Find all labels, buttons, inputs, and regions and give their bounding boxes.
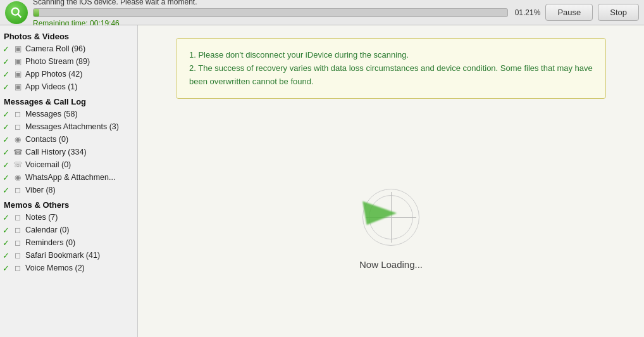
checkbox-checked-icon[interactable]: ✓ — [3, 173, 10, 182]
sidebar-item-label-0-3: App Videos (1) — [25, 82, 77, 91]
sidebar-item-label-2-2: Reminders (0) — [25, 238, 75, 247]
sidebar-item-1-3[interactable]: ✓☎Call History (334) — [0, 146, 137, 158]
sidebar-item-label-2-0: Notes (7) — [25, 213, 58, 222]
item-icon-0-1: ▣ — [13, 56, 23, 67]
checkbox-checked-icon[interactable]: ✓ — [3, 238, 10, 248]
sidebar-item-label-0-0: Camera Roll (96) — [25, 44, 85, 53]
item-icon-1-5: ◉ — [13, 172, 23, 182]
spinner — [359, 186, 423, 249]
category-header-1: Messages & Call Log — [0, 93, 137, 108]
sidebar-item-label-1-2: Contacts (0) — [25, 135, 68, 144]
item-icon-2-2: ◻ — [13, 238, 23, 248]
sidebar-item-label-2-1: Calendar (0) — [25, 226, 69, 234]
pause-button[interactable]: Pause — [545, 4, 593, 21]
item-icon-2-1: ◻ — [13, 225, 23, 235]
sidebar-item-1-0[interactable]: ✓◻Messages (58) — [0, 108, 137, 120]
item-icon-2-4: ◻ — [13, 263, 23, 273]
checkbox-checked-icon[interactable]: ✓ — [3, 44, 10, 54]
progress-bar-fill — [34, 9, 39, 16]
progress-percent: 01.21% — [512, 8, 540, 17]
item-icon-1-4: ☏ — [13, 160, 23, 170]
sidebar-item-2-3[interactable]: ✓◻Safari Bookmark (41) — [0, 249, 137, 262]
main-content: Photos & Videos✓▣Camera Roll (96)✓▣Photo… — [0, 25, 644, 337]
sidebar-item-label-0-2: App Photos (42) — [25, 70, 82, 79]
checkbox-checked-icon[interactable]: ✓ — [3, 122, 10, 132]
sidebar-item-2-0[interactable]: ✓◻Notes (7) — [0, 211, 137, 224]
loading-text: Now Loading... — [359, 259, 423, 270]
progress-row: 01.21% — [33, 8, 540, 17]
item-icon-0-0: ▣ — [13, 44, 23, 54]
checkbox-checked-icon[interactable]: ✓ — [3, 160, 10, 170]
notice-box: 1. Please don't disconnect your iDevice … — [176, 38, 606, 99]
sidebar-item-0-2[interactable]: ✓▣App Photos (42) — [0, 68, 137, 80]
item-icon-0-2: ▣ — [13, 69, 23, 79]
checkbox-checked-icon[interactable]: ✓ — [3, 135, 10, 144]
top-bar: Scanning the iOS device. Please wait a m… — [0, 0, 644, 25]
sidebar-item-label-1-5: WhatsApp & Attachmen... — [25, 173, 115, 182]
sidebar-item-label-2-3: Safari Bookmark (41) — [25, 251, 100, 260]
sidebar-item-1-4[interactable]: ✓☏Voicemail (0) — [0, 158, 137, 171]
checkbox-checked-icon[interactable]: ✓ — [3, 186, 10, 195]
checkbox-checked-icon[interactable]: ✓ — [3, 213, 10, 222]
loading-area: Now Loading... — [359, 130, 423, 324]
item-icon-2-3: ◻ — [13, 250, 23, 260]
sidebar-item-2-2[interactable]: ✓◻Reminders (0) — [0, 236, 137, 249]
sidebar-item-1-6[interactable]: ✓◻Viber (8) — [0, 184, 137, 196]
item-icon-0-3: ▣ — [13, 82, 23, 92]
item-icon-2-0: ◻ — [13, 212, 23, 222]
sidebar-item-1-1[interactable]: ✓◻Messages Attachments (3) — [0, 120, 137, 133]
category-header-0: Photos & Videos — [0, 28, 137, 42]
checkbox-checked-icon[interactable]: ✓ — [3, 57, 10, 67]
svg-line-1 — [18, 14, 21, 17]
sidebar-item-label-1-0: Messages (58) — [25, 110, 78, 118]
notice-line1: 1. Please don't disconnect your iDevice … — [189, 49, 593, 62]
checkbox-checked-icon[interactable]: ✓ — [3, 251, 10, 260]
spinner-wedge — [362, 196, 398, 225]
stop-button[interactable]: Stop — [598, 4, 639, 21]
progress-area: Scanning the iOS device. Please wait a m… — [33, 0, 540, 28]
item-icon-1-1: ◻ — [13, 122, 23, 132]
checkbox-checked-icon[interactable]: ✓ — [3, 110, 10, 119]
sidebar-item-label-0-1: Photo Stream (89) — [25, 57, 90, 66]
sidebar-item-label-1-3: Call History (334) — [25, 148, 87, 156]
checkbox-checked-icon[interactable]: ✓ — [3, 226, 10, 235]
sidebar-item-label-1-1: Messages Attachments (3) — [25, 122, 119, 131]
item-icon-1-0: ◻ — [13, 109, 23, 119]
app-logo-icon — [5, 1, 28, 24]
checkbox-checked-icon[interactable]: ✓ — [3, 82, 10, 92]
scanning-text: Scanning the iOS device. Please wait a m… — [33, 0, 540, 6]
checkbox-checked-icon[interactable]: ✓ — [3, 148, 10, 157]
sidebar-item-label-2-4: Voice Memos (2) — [25, 264, 85, 272]
checkbox-checked-icon[interactable]: ✓ — [3, 70, 10, 79]
svg-point-0 — [12, 8, 19, 15]
item-icon-1-2: ◉ — [13, 134, 23, 144]
sidebar-item-label-1-6: Viber (8) — [25, 186, 56, 194]
notice-line2: 2. The success of recovery varies with d… — [189, 62, 593, 89]
sidebar-item-label-1-4: Voicemail (0) — [25, 160, 71, 169]
item-icon-1-3: ☎ — [13, 147, 23, 157]
progress-bar — [33, 8, 508, 17]
item-icon-1-6: ◻ — [13, 185, 23, 195]
checkbox-checked-icon[interactable]: ✓ — [3, 264, 10, 273]
sidebar-item-0-0[interactable]: ✓▣Camera Roll (96) — [0, 42, 137, 55]
category-header-2: Memos & Others — [0, 196, 137, 211]
sidebar-item-2-1[interactable]: ✓◻Calendar (0) — [0, 224, 137, 236]
sidebar: Photos & Videos✓▣Camera Roll (96)✓▣Photo… — [0, 25, 138, 337]
sidebar-item-1-5[interactable]: ✓◉WhatsApp & Attachmen... — [0, 171, 137, 184]
sidebar-item-0-3[interactable]: ✓▣App Videos (1) — [0, 80, 137, 93]
sidebar-item-1-2[interactable]: ✓◉Contacts (0) — [0, 133, 137, 146]
content-area: 1. Please don't disconnect your iDevice … — [138, 25, 644, 337]
sidebar-item-2-4[interactable]: ✓◻Voice Memos (2) — [0, 262, 137, 274]
sidebar-item-0-1[interactable]: ✓▣Photo Stream (89) — [0, 55, 137, 68]
